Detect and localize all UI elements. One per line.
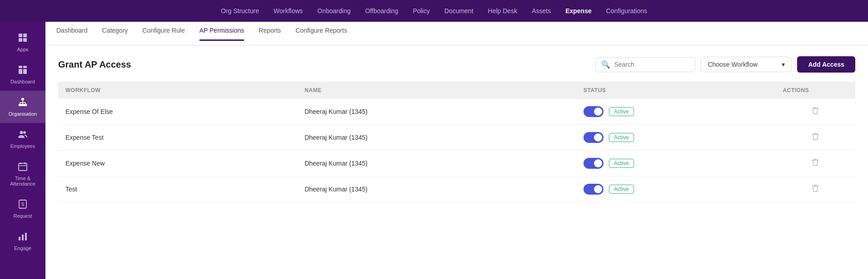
top-nav-item-expense[interactable]: Expense	[565, 7, 592, 15]
tab-ap-permissions[interactable]: AP Permissions	[200, 27, 244, 41]
dashboard-icon	[18, 65, 28, 76]
cell-name-3: Dheeraj Kumar (1345)	[297, 176, 576, 202]
svg-rect-11	[24, 104, 27, 106]
cell-actions-2	[776, 151, 855, 176]
top-nav-item-org-structure[interactable]: Org Structure	[221, 7, 259, 15]
sidebar-item-engage[interactable]: Engage	[0, 225, 45, 257]
workflow-dropdown-label: Choose Workflow	[708, 61, 757, 68]
data-table: WORKFLOWNAMESTATUSACTIONS Expense Of Els…	[58, 82, 855, 202]
svg-rect-26	[22, 235, 24, 240]
sidebar-item-request[interactable]: $Request	[0, 193, 45, 225]
tab-dashboard[interactable]: Dashboard	[56, 27, 88, 41]
toggle-switch-1[interactable]	[584, 132, 604, 143]
sidebar-item-time-attendance[interactable]: Time & Attendance	[0, 155, 45, 193]
delete-button-3[interactable]	[812, 186, 819, 194]
sidebar-item-apps[interactable]: Apps	[0, 26, 45, 59]
toggle-switch-0[interactable]	[584, 106, 604, 117]
top-nav-item-assets[interactable]: Assets	[532, 7, 551, 15]
cell-status-0: Active	[576, 99, 776, 125]
toggle-switch-3[interactable]	[584, 184, 604, 195]
search-box: 🔍	[595, 57, 695, 72]
top-nav-item-configurations[interactable]: Configurations	[606, 7, 647, 15]
cell-workflow-1: Expense Test	[58, 125, 297, 151]
cell-actions-1	[776, 125, 855, 151]
status-badge-3: Active	[609, 185, 634, 194]
content-area: DashboardCategoryConfigure RuleAP Permis…	[45, 22, 868, 279]
sidebar-item-dashboard[interactable]: Dashboard	[0, 59, 45, 91]
top-nav-item-document[interactable]: Document	[444, 7, 474, 15]
workflow-dropdown[interactable]: Choose Workflow ▾	[701, 57, 792, 72]
top-nav-item-workflows[interactable]: Workflows	[274, 7, 303, 15]
status-badge-1: Active	[609, 133, 634, 142]
request-icon: $	[18, 199, 28, 210]
svg-rect-27	[25, 233, 27, 240]
svg-rect-0	[19, 34, 22, 37]
page-body: Grant AP Access 🔍 Choose Workflow ▾ Add …	[45, 45, 868, 279]
table-row: Expense Of ElseDheeraj Kumar (1345)Activ…	[58, 99, 855, 125]
tab-reports[interactable]: Reports	[259, 27, 281, 41]
search-input[interactable]	[614, 61, 689, 68]
search-icon: 🔍	[601, 60, 610, 69]
tab-configure-reports[interactable]: Configure Reports	[295, 27, 347, 41]
apps-icon	[18, 33, 28, 44]
sidebar-item-label-request: Request	[14, 213, 32, 219]
sidebar-item-label-organisation: Organisation	[9, 111, 37, 117]
sidebar-item-label-employees: Employees	[10, 143, 35, 149]
table-row: Expense TestDheeraj Kumar (1345)Active	[58, 125, 855, 151]
svg-rect-2	[19, 38, 22, 42]
cell-workflow-0: Expense Of Else	[58, 99, 297, 125]
col-header-workflow: WORKFLOW	[58, 82, 297, 99]
top-nav-item-help-desk[interactable]: Help Desk	[488, 7, 518, 15]
grant-controls: 🔍 Choose Workflow ▾ Add Access	[595, 56, 855, 73]
sidebar-item-organisation[interactable]: Organisation	[0, 91, 45, 123]
cell-name-0: Dheeraj Kumar (1345)	[297, 99, 576, 125]
top-nav-item-offboarding[interactable]: Offboarding	[365, 7, 398, 15]
chevron-down-icon: ▾	[782, 61, 785, 68]
svg-point-17	[20, 131, 23, 134]
grant-header: Grant AP Access 🔍 Choose Workflow ▾ Add …	[58, 56, 855, 73]
employees-icon	[18, 129, 28, 141]
time-attendance-icon	[18, 162, 28, 173]
svg-rect-4	[19, 66, 22, 68]
delete-button-2[interactable]	[812, 160, 819, 168]
cell-name-2: Dheeraj Kumar (1345)	[297, 151, 576, 176]
col-header-status: STATUS	[576, 82, 776, 99]
svg-rect-1	[23, 34, 27, 37]
table-header-row: WORKFLOWNAMESTATUSACTIONS	[58, 82, 855, 99]
cell-workflow-3: Test	[58, 176, 297, 202]
table-row: Expense NewDheeraj Kumar (1345)Active	[58, 151, 855, 176]
cell-actions-0	[776, 99, 855, 125]
sidebar-item-employees[interactable]: Employees	[0, 123, 45, 155]
sidebar-item-label-engage: Engage	[14, 245, 31, 251]
tab-category[interactable]: Category	[102, 27, 128, 41]
top-nav-item-onboarding[interactable]: Onboarding	[317, 7, 350, 15]
svg-point-18	[23, 131, 26, 134]
cell-status-3: Active	[576, 176, 776, 202]
organisation-icon	[18, 97, 28, 108]
table-row: TestDheeraj Kumar (1345)Active	[58, 176, 855, 202]
toggle-switch-2[interactable]	[584, 158, 604, 169]
add-access-button[interactable]: Add Access	[797, 56, 855, 73]
status-badge-0: Active	[609, 107, 634, 116]
cell-workflow-2: Expense New	[58, 151, 297, 176]
svg-rect-5	[23, 66, 27, 68]
top-nav-item-policy[interactable]: Policy	[413, 7, 429, 15]
delete-button-0[interactable]	[812, 108, 819, 116]
table-body: Expense Of ElseDheeraj Kumar (1345)Activ…	[58, 99, 855, 202]
sidebar-item-label-dashboard: Dashboard	[10, 79, 35, 84]
tab-configure-rule[interactable]: Configure Rule	[142, 27, 185, 41]
page-title: Grant AP Access	[58, 59, 131, 70]
top-nav: Org StructureWorkflowsOnboardingOffboard…	[0, 0, 868, 22]
cell-status-1: Active	[576, 125, 776, 151]
svg-text:$: $	[21, 202, 24, 207]
svg-rect-25	[19, 237, 20, 240]
status-badge-2: Active	[609, 159, 634, 168]
svg-rect-8	[21, 98, 24, 100]
sidebar-item-label-time-attendance: Time & Attendance	[4, 176, 42, 186]
sidebar-item-label-apps: Apps	[17, 47, 28, 52]
svg-rect-19	[19, 163, 27, 171]
sidebar: AppsDashboardOrganisationEmployeesTime &…	[0, 22, 45, 279]
delete-button-1[interactable]	[812, 134, 819, 142]
table-header: WORKFLOWNAMESTATUSACTIONS	[58, 82, 855, 99]
svg-rect-3	[23, 38, 27, 42]
